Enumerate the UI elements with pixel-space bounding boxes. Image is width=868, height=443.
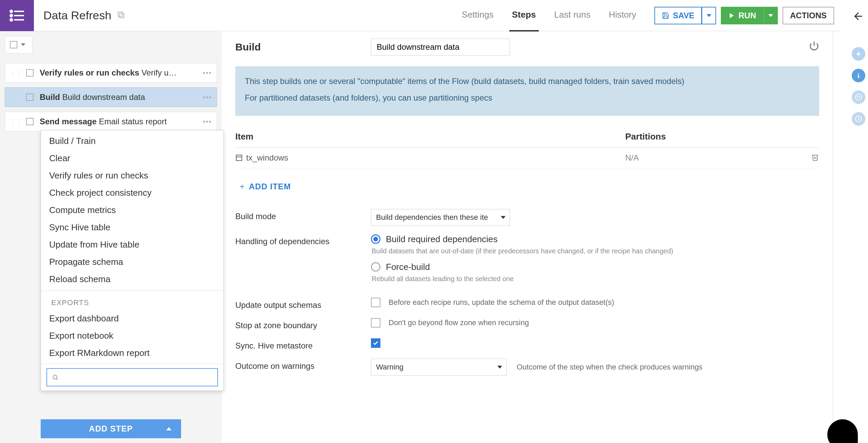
dropdown-item-update-hive[interactable]: Update from Hive table <box>41 236 223 253</box>
svg-marker-8 <box>730 13 734 18</box>
build-mode-select[interactable]: Build dependencies then these ite <box>371 209 510 226</box>
dropdown-item-export-rmarkdown[interactable]: Export RMarkdown report <box>41 344 223 362</box>
add-item-button[interactable]: ADD ITEM <box>235 175 819 205</box>
outcome-help: Outcome of the step when the check produ… <box>517 363 703 372</box>
svg-rect-6 <box>120 13 124 18</box>
stop-zone-label: Stop at zone boundary <box>235 318 371 330</box>
stop-zone-checkbox[interactable] <box>371 318 380 328</box>
step-checkbox[interactable] <box>26 93 34 101</box>
svg-line-10 <box>57 379 58 380</box>
run-button[interactable]: RUN <box>721 7 764 24</box>
stop-zone-help: Don't go beyond flow zone when recursing <box>389 318 529 327</box>
rail-discussions-button[interactable] <box>852 90 865 104</box>
dropdown-item-reload-schema[interactable]: Reload schema <box>41 271 223 288</box>
svg-rect-7 <box>118 12 123 16</box>
drag-handle-icon[interactable]: ⋮⋮ <box>10 69 22 77</box>
add-step-dropdown: Build / Train Clear Verify rules or run … <box>41 130 224 391</box>
col-header-item: Item <box>235 131 625 142</box>
dropdown-item-verify[interactable]: Verify rules or run checks <box>41 167 223 184</box>
page-title: Data Refresh <box>43 9 111 22</box>
step-label: Build Build downstream data <box>40 92 145 102</box>
dropdown-item-clear[interactable]: Clear <box>41 150 223 167</box>
chevron-down-icon <box>21 42 25 47</box>
svg-rect-20 <box>858 75 859 78</box>
dataset-icon <box>235 154 243 162</box>
step-label: Send message Email status report <box>40 117 167 126</box>
info-box: This step builds one or several "computa… <box>235 66 819 116</box>
delete-item-button[interactable] <box>811 153 819 163</box>
build-mode-label: Build mode <box>235 209 371 221</box>
radio-build-required[interactable]: Build required dependencies <box>371 234 819 245</box>
svg-point-22 <box>857 97 858 97</box>
power-icon[interactable] <box>809 41 819 52</box>
radio-icon <box>371 262 380 272</box>
step-more-icon[interactable]: ••• <box>203 118 212 126</box>
save-dropdown-button[interactable] <box>702 7 716 24</box>
copy-icon[interactable] <box>117 10 125 21</box>
radio-help: Rebuild all datasets leading to the sele… <box>372 275 819 283</box>
dropdown-section-exports: EXPORTS <box>41 291 223 310</box>
svg-point-21 <box>855 94 862 100</box>
back-arrow-button[interactable] <box>852 10 865 25</box>
rail-add-button[interactable] <box>852 47 865 61</box>
rail-info-button[interactable] <box>852 69 865 82</box>
tab-last-runs[interactable]: Last runs <box>552 0 593 31</box>
tab-settings[interactable]: Settings <box>459 0 496 31</box>
tab-history[interactable]: History <box>606 0 639 31</box>
col-header-partitions: Partitions <box>625 131 819 142</box>
item-row: tx_windows N/A <box>235 148 819 168</box>
dropdown-item-check-consistency[interactable]: Check project consistency <box>41 184 223 202</box>
step-more-icon[interactable]: ••• <box>203 69 212 77</box>
dropdown-item-export-notebook[interactable]: Export notebook <box>41 327 223 344</box>
drag-handle-icon[interactable]: ⋮⋮ <box>10 118 22 125</box>
drag-handle-icon[interactable]: ⋮⋮ <box>10 93 22 101</box>
dropdown-item-export-dashboard[interactable]: Export dashboard <box>41 310 223 327</box>
actions-button[interactable]: ACTIONS <box>783 7 834 24</box>
outcome-label: Outcome on warnings <box>235 359 371 371</box>
add-step-button[interactable]: ADD STEP <box>41 419 181 438</box>
svg-point-9 <box>53 375 57 379</box>
chevron-down-icon <box>497 365 502 370</box>
select-all-toggle[interactable] <box>5 36 33 54</box>
svg-point-2 <box>10 14 12 16</box>
update-schemas-help: Before each recipe runs, update the sche… <box>389 298 614 307</box>
step-more-icon[interactable]: ••• <box>203 93 212 101</box>
search-icon <box>52 374 59 381</box>
dropdown-item-propagate-schema[interactable]: Propagate schema <box>41 253 223 271</box>
radio-help: Build datasets that are out-of-date (if … <box>372 247 819 255</box>
dropdown-item-build-train[interactable]: Build / Train <box>41 132 223 150</box>
update-schemas-checkbox[interactable] <box>371 298 380 307</box>
dropdown-item-sync-hive[interactable]: Sync Hive table <box>41 219 223 236</box>
run-dropdown-button[interactable] <box>764 7 778 24</box>
step-checkbox[interactable] <box>26 69 34 77</box>
save-button[interactable]: SAVE <box>654 7 702 24</box>
step-name-input[interactable] <box>371 39 510 56</box>
section-title: Build <box>235 41 371 53</box>
step-label: Verify rules or run checks Verify u… <box>40 68 177 78</box>
svg-rect-12 <box>236 155 242 161</box>
handling-label: Handling of dependencies <box>235 234 371 246</box>
update-schemas-label: Update output schemas <box>235 298 371 310</box>
svg-point-23 <box>859 97 860 97</box>
tab-steps[interactable]: Steps <box>509 0 539 31</box>
chevron-up-icon <box>166 427 172 430</box>
step-checkbox[interactable] <box>26 118 34 125</box>
step-item-verify[interactable]: ⋮⋮ Verify rules or run checks Verify u… … <box>5 63 217 83</box>
svg-point-0 <box>10 10 12 12</box>
step-item-build[interactable]: ⋮⋮ Build Build downstream data ••• <box>5 87 217 107</box>
sync-hive-label: Sync. Hive metastore <box>235 338 371 351</box>
outcome-select[interactable]: Warning <box>371 359 507 376</box>
svg-point-4 <box>10 19 12 21</box>
select-all-checkbox[interactable] <box>10 41 17 48</box>
radio-icon <box>371 234 380 244</box>
sync-hive-checkbox[interactable] <box>371 338 380 348</box>
dropdown-search-input[interactable] <box>62 373 213 382</box>
chevron-down-icon <box>501 215 506 220</box>
radio-force-build[interactable]: Force-build <box>371 262 819 272</box>
dropdown-item-compute-metrics[interactable]: Compute metrics <box>41 202 223 219</box>
app-menu-button[interactable] <box>0 0 34 31</box>
rail-history-button[interactable] <box>852 112 865 126</box>
svg-point-19 <box>858 73 859 75</box>
step-item-send-message[interactable]: ⋮⋮ Send message Email status report ••• <box>5 112 217 131</box>
